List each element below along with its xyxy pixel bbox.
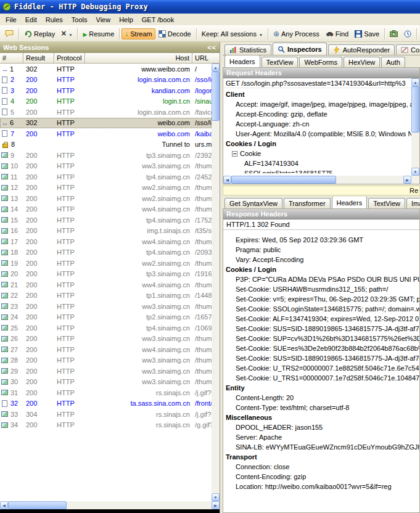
session-row[interactable]: 10200HTTPww3.sinaimg.cn/thumbnail/3feb — [0, 161, 212, 172]
session-row[interactable]: 1302HTTPwww.weibo.com/ — [0, 64, 212, 75]
scroll-left-button[interactable] — [223, 176, 231, 184]
header-item[interactable]: SSOLoginState=1346815775 — [223, 168, 411, 173]
menu-item-help[interactable]: Help — [115, 15, 138, 25]
header-item[interactable]: SINA-LB: eWYyMTEuaGEueWZncm91cDEuYmoubG9… — [223, 442, 419, 452]
header-item[interactable]: P3P: CP="CURa ADMa DEVa PSAo PSDo OUR BU… — [223, 274, 419, 284]
header-item[interactable]: User-Agent: Mozilla/4.0 (compatible; MSI… — [223, 129, 411, 139]
any-process-button[interactable]: Any Process — [270, 28, 323, 39]
header-item[interactable]: ALF=1347419304 — [223, 158, 411, 168]
session-row[interactable]: 24200HTTPtp2.sinaimg.cn/1657101625/50 — [0, 312, 212, 323]
sessions-vertical-scrollbar[interactable] — [212, 64, 220, 501]
sessions-horizontal-scrollbar[interactable] — [0, 501, 220, 509]
decode-button[interactable]: Decode — [155, 28, 194, 39]
save-button[interactable]: Save — [352, 28, 382, 39]
stream-toggle-button[interactable]: Stream — [121, 28, 155, 39]
header-item[interactable]: Accept-Language: zh-cn — [223, 119, 411, 129]
session-row[interactable]: 15200HTTPtp4.sinaimg.cn/1752202027/50 — [0, 215, 212, 226]
session-row[interactable]: 23200HTTPww3.sinaimg.cn/thumbnail/93b8 — [0, 301, 212, 312]
tab-auth[interactable]: Auth — [381, 57, 405, 67]
tab-composer[interactable]: Composer — [396, 44, 420, 55]
scroll-down-button[interactable] — [212, 493, 220, 501]
vertical-scrollbar-thumb[interactable] — [411, 86, 419, 133]
title-bar[interactable]: Fiddler - HTTP Debugging Proxy — [0, 0, 420, 14]
header-section-miscellaneous[interactable]: Miscellaneous — [223, 412, 419, 422]
header-item[interactable]: Cookie — [223, 149, 411, 158]
tab-headers[interactable]: Headers — [224, 55, 260, 67]
vertical-scrollbar-thumb[interactable] — [212, 72, 220, 121]
session-row[interactable]: 13200HTTPww2.sinaimg.cn/thumbnail/8fac — [0, 193, 212, 204]
header-item[interactable]: Set-Cookie: U_TRS2=00000007.1e88258f.504… — [223, 363, 419, 373]
column-header-url[interactable]: URL — [192, 53, 220, 63]
tab-textview[interactable]: TextView — [261, 57, 299, 67]
session-row[interactable]: 3200HTTPkandian.com/logon/do_cross — [0, 85, 212, 96]
session-row[interactable]: 16200HTTPimg.t.sinajs.cn/t35/style/image — [0, 226, 212, 237]
tab-headers[interactable]: Headers — [332, 197, 368, 208]
request-vertical-scrollbar[interactable] — [411, 78, 419, 176]
screenshot-button[interactable] — [387, 28, 401, 39]
scroll-down-button[interactable] — [411, 168, 419, 176]
menu-item-rules[interactable]: Rules — [41, 15, 67, 25]
session-row[interactable]: 27200HTTPww4.sinaimg.cn/thumbnail/61e6 — [0, 344, 212, 355]
collapse-expander-icon[interactable] — [232, 151, 237, 157]
session-row[interactable]: 22200HTTPtp1.sinaimg.cn/1448858232/50 — [0, 290, 212, 302]
collapse-pane-button[interactable]: << — [207, 44, 216, 51]
menu-item-file[interactable]: File — [1, 15, 21, 25]
request-line[interactable]: GET /sso/login.php?ssosavestate=13474193… — [223, 78, 411, 88]
session-row[interactable]: 31200HTTPrs.sinajs.cn/j.gif?uids=1421 — [0, 387, 212, 398]
tab-transformer[interactable]: Transformer — [284, 198, 331, 208]
header-section-transport[interactable]: Transport — [223, 452, 419, 462]
session-row[interactable]: 12200HTTPww2.sinaimg.cn/thumbnail/9234 — [0, 183, 212, 194]
header-item[interactable]: Content-Type: text/html; charset=utf-8 — [223, 403, 419, 412]
menu-item-edit[interactable]: Edit — [21, 15, 41, 25]
header-item[interactable]: Set-Cookie: SUS=SID-1889019865-134681577… — [223, 353, 419, 363]
session-row[interactable]: 30200HTTPww3.sinaimg.cn/thumbnail/624c — [0, 377, 212, 388]
session-row[interactable]: 14200HTTPww4.sinaimg.cn/thumbnail/6482 — [0, 204, 212, 215]
header-item[interactable]: DPOOL_HEADER: jason155 — [223, 422, 419, 432]
header-item[interactable]: Set-Cookie: ALF=1347419304; expires=Wed,… — [223, 314, 419, 324]
horizontal-scrollbar-thumb[interactable] — [8, 501, 67, 509]
header-section-cookies-login[interactable]: Cookies / Login — [223, 265, 419, 274]
session-row[interactable]: 34200HTTPrs.sinajs.cn/g.gif?type=1& — [0, 420, 212, 431]
header-item[interactable]: Accept: image/gif, image/jpeg, image/pjp… — [223, 99, 411, 109]
scroll-right-button[interactable] — [212, 501, 220, 509]
session-row[interactable]: 20200HTTPtp3.sinaimg.cn/1916666114/50 — [0, 269, 212, 280]
tab-hexview[interactable]: HexView — [344, 57, 380, 67]
session-row[interactable]: 7200HTTPweibo.com/kaibao001?wvr= — [0, 128, 212, 139]
replay-button[interactable]: Replay — [21, 28, 58, 39]
session-row[interactable]: 17200HTTPww4.sinaimg.cn/thumbnail/6870 — [0, 236, 212, 247]
menu-item-tools[interactable]: Tools — [67, 15, 92, 25]
scroll-left-button[interactable] — [0, 501, 8, 509]
session-row[interactable]: 29200HTTPww3.sinaimg.cn/thumbnail/684f — [0, 366, 212, 377]
session-row[interactable]: 26200HTTPww3.sinaimg.cn/thumbnail/9b62 — [0, 334, 212, 345]
session-row[interactable]: 21200HTTPww4.sinaimg.cn/thumbnail/6106 — [0, 279, 212, 290]
header-item[interactable]: Set-Cookie: v=5; expires=Thu, 06-Sep-201… — [223, 294, 419, 304]
header-item[interactable]: Set-Cookie: USRHAWB=usrmdins312_155; pat… — [223, 284, 419, 294]
header-item[interactable]: Content-Encoding: gzip — [223, 472, 419, 482]
session-row[interactable]: 28200HTTPww3.sinaimg.cn/thumbnail/56ab — [0, 355, 212, 366]
tab-textview[interactable]: TextView — [368, 198, 405, 208]
header-item[interactable]: Set-Cookie: SUP=cv%3D1%26bt%3D1346815775… — [223, 334, 419, 343]
menu-item-get-book[interactable]: GET /book — [138, 15, 178, 25]
keep-sessions-dropdown[interactable]: Keep: All sessions — [199, 28, 266, 39]
tab-autoresponder[interactable]: AutoResponder — [328, 44, 395, 55]
quickexec-bar[interactable] — [0, 509, 220, 513]
resume-button[interactable]: Resume — [80, 28, 117, 39]
header-item[interactable]: Connection: close — [223, 462, 419, 472]
session-row[interactable]: 19200HTTPww2.sinaimg.cn/thumbnail/6391 — [0, 258, 212, 269]
column-header-result[interactable]: Result — [23, 53, 54, 63]
session-row[interactable]: 8Tunnel tours.microsoft — [0, 139, 212, 150]
header-section-entity[interactable]: Entity — [223, 383, 419, 393]
header-item[interactable]: Content-Length: 20 — [223, 393, 419, 403]
column-header-num[interactable]: # — [0, 53, 23, 63]
header-item[interactable]: Expires: Wed, 05 Sep 2012 03:29:36 GMT — [223, 235, 419, 245]
header-section-cookies-login[interactable]: Cookies / Login — [223, 139, 411, 149]
timer-button[interactable] — [401, 28, 414, 39]
comment-button[interactable] — [2, 28, 17, 39]
horizontal-scrollbar-thumb[interactable] — [231, 176, 336, 184]
find-button[interactable]: Find — [323, 28, 352, 39]
header-item[interactable]: Set-Cookie: SUS=SID-1889019865-134681577… — [223, 324, 419, 334]
column-header-protocol[interactable]: Protocol — [54, 53, 85, 63]
header-item[interactable]: Set-Cookie: SSOLoginState=1346815775; pa… — [223, 304, 419, 314]
header-section-client[interactable]: Client — [223, 89, 411, 99]
menu-item-view[interactable]: View — [92, 15, 115, 25]
